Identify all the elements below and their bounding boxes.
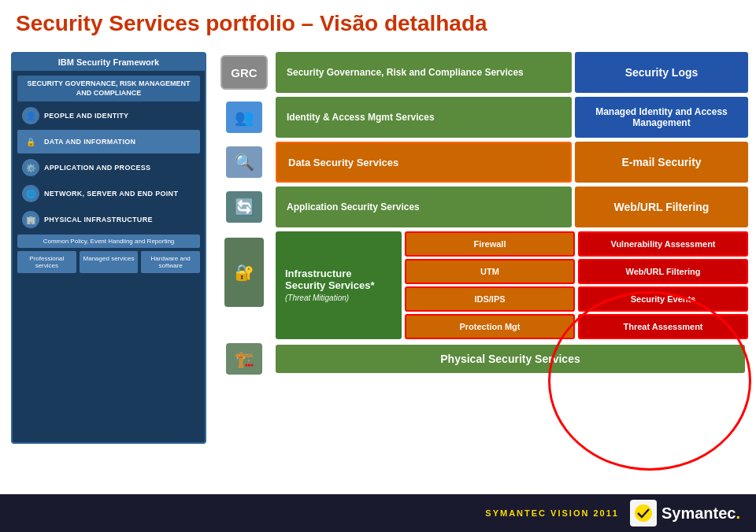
vuln-cell: Vulnerability Assessment xyxy=(578,231,748,257)
identity-right: Managed Identity and Access Management xyxy=(575,97,748,138)
physical-icon: 🏗️ xyxy=(226,343,262,375)
grc-service-row: GRC Security Governance, Risk and Compli… xyxy=(213,52,748,93)
ibm-policy-bar: Common Policy, Event Handling and Report… xyxy=(17,235,200,248)
svg-point-0 xyxy=(635,504,652,522)
data-right: E-mail Security xyxy=(575,142,748,183)
app-security-row: 🔄 Application Security Services Web/URL … xyxy=(213,187,748,227)
infra-icon: 🔐 xyxy=(224,238,264,307)
symantec-name: Symantec. xyxy=(662,504,740,523)
infra-left-col: Firewall UTM IDS/IPS Protection Mgt xyxy=(405,231,575,339)
ids-cell: IDS/IPS xyxy=(405,286,575,312)
identity-icon-cell: 👥 xyxy=(213,97,276,138)
ibm-data-icon: 🔒 xyxy=(22,133,39,150)
ibm-people-label: PEOPLE AND IDENTITY xyxy=(44,112,128,120)
ibm-bottom-managed: Managed services xyxy=(80,251,139,273)
weburl-cell: Web/URL Filtering xyxy=(578,259,748,284)
ibm-data-label: DATA AND INFORMATION xyxy=(44,138,135,146)
ibm-framework: IBM Security Framework SECURITY GOVERNAN… xyxy=(11,52,206,444)
ibm-bottom-hardware: Hardware and software xyxy=(141,251,200,273)
protection-cell: Protection Mgt xyxy=(405,314,575,339)
infra-icon-cell: 🔐 xyxy=(213,231,276,339)
page-title: Security Services portfolio – Visão deta… xyxy=(0,0,756,41)
infra-label: Infrastructure Security Services*(Threat… xyxy=(285,268,392,303)
physical-security-row: 🏗️ Physical Security Services xyxy=(213,343,748,375)
grc-middle: Security Governance, Risk and Compliance… xyxy=(276,52,572,93)
ibm-network-label: NETWORK, SERVER AND END POINT xyxy=(44,190,178,198)
ibm-network-icon: 🌐 xyxy=(22,185,39,202)
utm-cell: UTM xyxy=(405,259,575,284)
infrastructure-section: 🔐 Infrastructure Security Services*(Thre… xyxy=(213,231,748,339)
ibm-app-icon: ⚙️ xyxy=(22,159,39,176)
ibm-people-icon: 👤 xyxy=(22,107,39,124)
identity-middle: Identity & Access Mgmt Services xyxy=(276,97,572,138)
ibm-app-label: APPLICATION AND PROCESS xyxy=(44,164,150,172)
identity-icon: 👥 xyxy=(226,102,262,133)
symantec-logo: Symantec. xyxy=(630,500,740,526)
app-security-icon: 🔄 xyxy=(226,191,262,223)
ibm-row-people: 👤 PEOPLE AND IDENTITY xyxy=(17,104,200,127)
app-icon-cell: 🔄 xyxy=(213,187,276,227)
physical-icon-cell: 🏗️ xyxy=(213,343,276,375)
footer: SYMANTEC VISION 2011 Symantec. xyxy=(0,494,756,532)
data-security-icon: 🔍 xyxy=(226,146,262,178)
main-area: GRC Security Governance, Risk and Compli… xyxy=(213,52,748,379)
ibm-row-physical: 🏢 PHYSICAL INFRASTRUCTURE xyxy=(17,208,200,231)
ibm-row-app: ⚙️ APPLICATION AND PROCESS xyxy=(17,156,200,179)
grc-icon: GRC xyxy=(220,55,268,90)
ibm-physical-icon: 🏢 xyxy=(22,211,39,228)
infra-right-cols: Firewall UTM IDS/IPS Protection Mgt Vuln… xyxy=(405,231,748,339)
footer-text: SYMANTEC VISION 2011 xyxy=(485,508,619,518)
firewall-cell: Firewall xyxy=(405,231,575,257)
ibm-framework-title: IBM Security Framework xyxy=(13,54,205,71)
physical-middle: Physical Security Services xyxy=(276,345,745,373)
infra-middle: Infrastructure Security Services*(Threat… xyxy=(276,231,402,339)
data-middle: Data Security Services xyxy=(276,142,572,183)
app-right: Web/URL Filtering xyxy=(575,187,748,227)
grc-right: Security Logs xyxy=(575,52,748,93)
symantec-checkmark-icon xyxy=(630,500,657,526)
identity-service-row: 👥 Identity & Access Mgmt Services Manage… xyxy=(213,97,748,138)
grc-icon-cell: GRC xyxy=(213,52,276,93)
threat-cell: Threat Assessment xyxy=(578,314,748,339)
ibm-row-network: 🌐 NETWORK, SERVER AND END POINT xyxy=(17,182,200,205)
ibm-physical-label: PHYSICAL INFRASTRUCTURE xyxy=(44,216,153,224)
app-middle: Application Security Services xyxy=(276,187,572,227)
ibm-row-data: 🔒 DATA AND INFORMATION xyxy=(17,130,200,153)
data-icon-cell: 🔍 xyxy=(213,142,276,183)
ibm-gov-bar: SECURITY GOVERNANCE, RISK MANAGEMENT AND… xyxy=(17,76,200,102)
ibm-bottom-professional: Professional services xyxy=(17,251,76,273)
infra-right-col: Vulnerability Assessment Web/URL Filteri… xyxy=(578,231,748,339)
data-security-row: 🔍 Data Security Services E-mail Security xyxy=(213,142,748,183)
secevents-cell: Security Events xyxy=(578,286,748,312)
ibm-bottom: Professional services Managed services H… xyxy=(17,251,200,273)
